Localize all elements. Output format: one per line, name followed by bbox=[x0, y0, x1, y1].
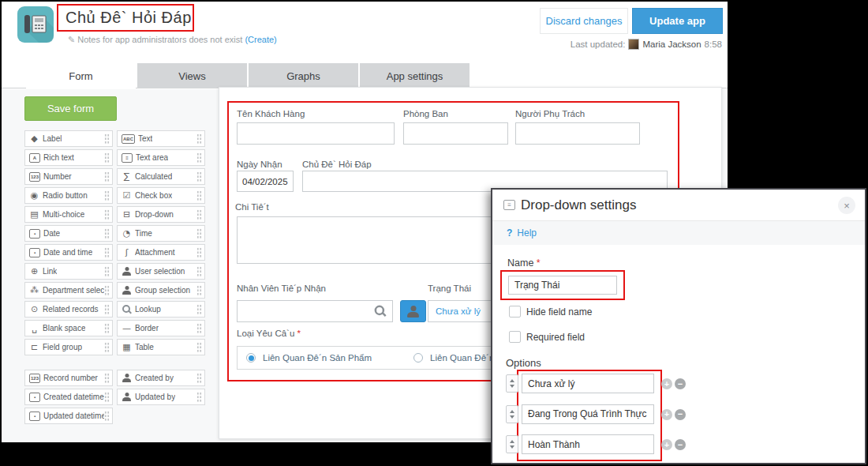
radio-product-label[interactable]: Liên Quan Đê´n Sản Phẩm bbox=[263, 353, 372, 363]
drag-handle[interactable] bbox=[104, 392, 110, 403]
palette-item-radio-button[interactable]: ◉Radio button bbox=[24, 187, 113, 204]
palette-item-text-area[interactable]: ≡Text area bbox=[117, 149, 205, 166]
drag-handle[interactable] bbox=[104, 190, 110, 201]
reorder-spinner[interactable] bbox=[506, 374, 518, 393]
drag-handle[interactable] bbox=[104, 228, 110, 239]
drag-handle[interactable] bbox=[104, 323, 110, 334]
help-link[interactable]: Help bbox=[517, 227, 537, 239]
user-selection-button[interactable] bbox=[400, 300, 426, 322]
tab-form[interactable]: Form bbox=[26, 63, 136, 89]
radio-service[interactable] bbox=[413, 353, 423, 363]
person-in-charge-field[interactable] bbox=[515, 122, 640, 145]
tab-app-settings[interactable]: App settings bbox=[360, 63, 470, 88]
drag-handle[interactable] bbox=[104, 304, 110, 315]
drag-handle[interactable] bbox=[104, 285, 110, 296]
drag-handle[interactable] bbox=[196, 323, 202, 334]
drag-handle[interactable] bbox=[104, 342, 110, 353]
tab-graphs[interactable]: Graphs bbox=[249, 63, 358, 88]
save-form-button[interactable]: Save form bbox=[24, 96, 117, 121]
palette-item-check-box[interactable]: ☑Check box bbox=[117, 187, 205, 204]
required-field-label[interactable]: Required field bbox=[526, 332, 585, 343]
hide-field-name-checkbox[interactable] bbox=[509, 306, 521, 318]
remove-option-button[interactable]: − bbox=[675, 409, 686, 420]
customer-name-field[interactable] bbox=[237, 122, 395, 145]
palette-item-group-selection[interactable]: Group selection bbox=[117, 282, 205, 299]
remove-option-button[interactable]: − bbox=[675, 378, 686, 389]
staff-field[interactable] bbox=[237, 300, 393, 322]
palette-item-field-group[interactable]: ⊏Field group bbox=[24, 339, 113, 355]
palette-item-record-number[interactable]: 123Record number bbox=[24, 370, 113, 386]
drag-handle[interactable] bbox=[196, 373, 202, 384]
palette-item-label: Multi-choice bbox=[43, 210, 84, 219]
option-input[interactable] bbox=[522, 374, 654, 393]
drag-handle[interactable] bbox=[104, 171, 110, 182]
required-field-checkbox[interactable] bbox=[509, 331, 521, 343]
drag-handle[interactable] bbox=[104, 266, 110, 277]
field-name-input[interactable] bbox=[508, 276, 617, 295]
drag-handle[interactable] bbox=[196, 247, 202, 258]
palette-item-created-by[interactable]: Created by bbox=[117, 370, 205, 386]
update-app-button[interactable]: Update app bbox=[632, 8, 723, 34]
palette-item-blank-space[interactable]: ␣Blank space bbox=[24, 320, 113, 336]
option-input[interactable] bbox=[522, 404, 654, 424]
palette-item-department-selection[interactable]: ⁂Department selection bbox=[24, 282, 113, 299]
hide-field-name-label[interactable]: Hide field name bbox=[526, 306, 592, 318]
drag-handle[interactable] bbox=[196, 266, 202, 277]
palette-item-multi-choice[interactable]: ▤Multi-choice bbox=[24, 206, 113, 223]
palette-item-table[interactable]: ▦Table bbox=[117, 339, 205, 355]
palette-item-rich-text[interactable]: ARich text bbox=[24, 149, 113, 166]
close-icon[interactable]: × bbox=[838, 197, 855, 214]
drag-handle[interactable] bbox=[196, 392, 202, 403]
drag-handle[interactable] bbox=[196, 152, 202, 163]
palette-item-related-records[interactable]: ⊙Related records bbox=[24, 301, 113, 318]
drag-handle[interactable] bbox=[196, 133, 202, 145]
palette-item-label: Number bbox=[43, 172, 72, 181]
palette-item-label[interactable]: ◆Label bbox=[24, 130, 113, 147]
palette-item-drop-down[interactable]: ⊟Drop-down bbox=[117, 206, 205, 223]
department-field[interactable] bbox=[403, 122, 508, 145]
palette-item-user-selection[interactable]: User selection bbox=[117, 263, 205, 280]
drag-handle[interactable] bbox=[196, 228, 202, 239]
avatar bbox=[628, 39, 639, 50]
palette-item-number[interactable]: 123Number bbox=[24, 168, 113, 185]
reorder-spinner[interactable] bbox=[506, 405, 518, 423]
palette-item-calculated[interactable]: ∑Calculated bbox=[117, 168, 205, 185]
drag-handle[interactable] bbox=[196, 209, 202, 220]
remove-option-button[interactable]: − bbox=[675, 439, 686, 450]
palette-item-border[interactable]: —Border bbox=[117, 320, 205, 336]
drag-handle[interactable] bbox=[196, 342, 202, 353]
drag-handle[interactable] bbox=[104, 411, 110, 422]
palette-item-label: Field group bbox=[43, 343, 82, 351]
palette-item-link[interactable]: ⊕Link bbox=[24, 263, 113, 280]
drag-handle[interactable] bbox=[196, 190, 202, 201]
palette-item-updated-datetime[interactable]: ▪Updated datetime bbox=[24, 408, 113, 424]
option-input[interactable] bbox=[522, 434, 654, 454]
drag-handle[interactable] bbox=[104, 247, 110, 258]
palette-item-date-and-time[interactable]: ▪Date and time bbox=[24, 244, 113, 261]
palette-item-created-datetime[interactable]: ▪Created datetime bbox=[24, 389, 113, 405]
palette-item-date[interactable]: ▪Date bbox=[24, 225, 113, 242]
add-option-button[interactable]: + bbox=[661, 439, 672, 450]
palette-item-time[interactable]: ◔Time bbox=[117, 225, 205, 242]
palette-item-updated-by[interactable]: Updated by bbox=[117, 389, 205, 405]
drag-handle[interactable] bbox=[196, 285, 202, 296]
drag-handle[interactable] bbox=[196, 304, 202, 315]
tab-views[interactable]: Views bbox=[137, 63, 247, 88]
drag-handle[interactable] bbox=[104, 152, 110, 163]
search-icon[interactable] bbox=[375, 306, 386, 317]
palette-item-attachment[interactable]: ʃAttachment bbox=[117, 244, 205, 261]
discard-changes-button[interactable]: Discard changes bbox=[540, 8, 628, 34]
palette-item-lookup[interactable]: Lookup bbox=[117, 301, 205, 318]
drag-handle[interactable] bbox=[196, 171, 202, 182]
palette-item-text[interactable]: ABCText bbox=[117, 130, 205, 147]
received-date-field[interactable]: 04/02/2025 bbox=[237, 171, 294, 192]
create-notes-link[interactable]: (Create) bbox=[245, 35, 276, 44]
add-option-button[interactable]: + bbox=[661, 378, 672, 389]
drag-handle[interactable] bbox=[104, 209, 110, 220]
drag-handle[interactable] bbox=[104, 133, 110, 145]
add-option-button[interactable]: + bbox=[661, 409, 672, 420]
reorder-spinner[interactable] bbox=[506, 435, 518, 453]
radio-product[interactable] bbox=[246, 353, 256, 363]
drag-handle[interactable] bbox=[104, 373, 110, 384]
related-records-icon: ⊙ bbox=[29, 305, 39, 314]
